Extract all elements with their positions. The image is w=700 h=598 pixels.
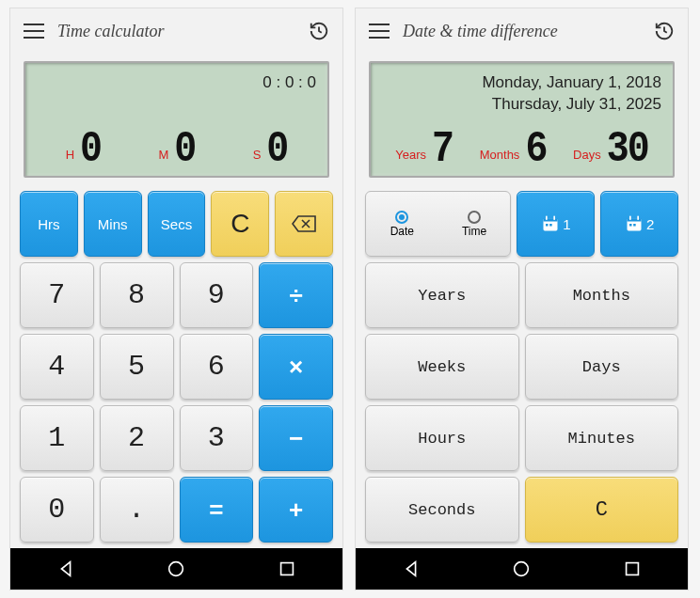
nav-recent-icon[interactable] [277, 559, 297, 579]
date-to: Thursday, July 31, 2025 [382, 94, 661, 116]
calendar-icon [541, 214, 560, 233]
svg-rect-14 [629, 224, 632, 227]
lcd-display: Monday, January 1, 2018 Thursday, July 3… [369, 61, 675, 178]
date-from: Monday, January 1, 2018 [382, 72, 661, 94]
equals-button[interactable]: = [180, 477, 254, 543]
keypad: Hrs Mins Secs C 7 8 9 ÷ 4 5 6 × 1 [10, 187, 342, 548]
nav-back-icon[interactable] [401, 559, 422, 579]
clear-button[interactable]: C [211, 191, 269, 257]
svg-rect-8 [546, 224, 549, 227]
history-icon[interactable] [309, 21, 329, 41]
label-m: M [158, 148, 168, 162]
time-calculator-screen: Time calculator 0 : 0 : 0 H 0 M 0 S 0 [9, 8, 343, 590]
multiply-button[interactable]: × [259, 334, 333, 400]
digit-s: 0 [266, 125, 287, 174]
digit-years: 7 [432, 125, 453, 174]
num-3[interactable]: 3 [180, 405, 254, 471]
lcd-display: 0 : 0 : 0 H 0 M 0 S 0 [24, 61, 329, 178]
nav-back-icon[interactable] [56, 559, 76, 579]
svg-rect-6 [546, 216, 548, 220]
num-4[interactable]: 4 [20, 334, 94, 400]
svg-rect-15 [633, 224, 636, 227]
hours-button[interactable]: Hours [365, 405, 519, 471]
num-6[interactable]: 6 [180, 334, 254, 400]
hours-button[interactable]: Hrs [20, 191, 78, 257]
num-2[interactable]: 2 [100, 405, 174, 471]
keypad: Date Time 1 [356, 187, 688, 548]
segment-date[interactable]: Date [366, 207, 438, 242]
add-button[interactable]: + [259, 477, 333, 543]
num-9[interactable]: 9 [180, 262, 254, 328]
years-button[interactable]: Years [365, 262, 519, 328]
num-5[interactable]: 5 [100, 334, 174, 400]
radio-off-icon [468, 211, 481, 224]
android-navbar [356, 548, 688, 590]
svg-rect-13 [637, 216, 639, 220]
lcd-units: Years 7 Months 6 Days 30 [382, 125, 661, 170]
svg-point-16 [515, 562, 529, 576]
menu-icon[interactable] [24, 24, 44, 39]
lcd-units: H 0 M 0 S 0 [37, 125, 316, 170]
num-0[interactable]: 0 [20, 477, 94, 543]
segment-time[interactable]: Time [438, 207, 511, 242]
digit-h: 0 [80, 125, 101, 174]
subtract-button[interactable]: − [259, 405, 333, 471]
digit-days: 30 [607, 125, 648, 174]
lcd-dates: Monday, January 1, 2018 Thursday, July 3… [382, 71, 661, 125]
weeks-button[interactable]: Weeks [365, 334, 519, 400]
label-h: H [66, 148, 74, 162]
label-s: S [253, 148, 262, 162]
seconds-button[interactable]: Seconds [365, 477, 519, 543]
svg-rect-17 [627, 563, 639, 575]
svg-rect-12 [629, 216, 631, 220]
svg-rect-7 [554, 216, 556, 220]
backspace-icon [291, 214, 317, 233]
svg-rect-3 [281, 563, 294, 575]
date-diff-screen: Date & time difference Monday, January 1… [355, 8, 689, 590]
page-title: Date & time difference [403, 22, 641, 41]
nav-recent-icon[interactable] [622, 559, 643, 579]
divide-button[interactable]: ÷ [259, 262, 333, 328]
lcd-readout: 0 : 0 : 0 [37, 71, 316, 125]
calendar-2-button[interactable]: 2 [600, 191, 678, 257]
nav-home-icon[interactable] [166, 559, 186, 579]
months-button[interactable]: Months [525, 262, 679, 328]
label-days: Days [573, 148, 601, 162]
digit-m: 0 [174, 125, 195, 174]
minutes-button[interactable]: Mins [84, 191, 142, 257]
date-time-segment: Date Time [365, 191, 511, 257]
page-title: Time calculator [57, 22, 295, 41]
backspace-button[interactable] [275, 191, 333, 257]
menu-icon[interactable] [369, 24, 390, 39]
header: Time calculator [10, 8, 342, 54]
history-icon[interactable] [654, 21, 675, 41]
svg-point-2 [169, 562, 183, 576]
header: Date & time difference [356, 8, 688, 54]
radio-on-icon [395, 211, 408, 224]
seconds-button[interactable]: Secs [148, 191, 206, 257]
svg-rect-9 [549, 224, 552, 227]
clear-button[interactable]: C [525, 477, 679, 543]
minutes-button[interactable]: Minutes [525, 405, 679, 471]
days-button[interactable]: Days [525, 334, 679, 400]
num-8[interactable]: 8 [100, 262, 174, 328]
num-7[interactable]: 7 [20, 262, 94, 328]
label-months: Months [480, 148, 520, 162]
calendar-1-button[interactable]: 1 [517, 191, 595, 257]
decimal-button[interactable]: . [100, 477, 174, 543]
label-years: Years [395, 148, 426, 162]
svg-rect-5 [544, 218, 558, 221]
calendar-icon [625, 214, 644, 233]
svg-rect-11 [627, 218, 641, 221]
digit-months: 6 [525, 125, 546, 174]
nav-home-icon[interactable] [511, 559, 532, 579]
num-1[interactable]: 1 [20, 405, 94, 471]
android-navbar [10, 548, 342, 590]
